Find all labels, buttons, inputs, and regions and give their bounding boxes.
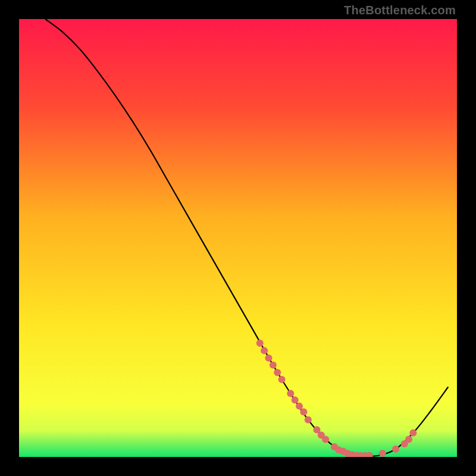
scatter-point bbox=[261, 347, 268, 354]
scatter-point bbox=[405, 436, 412, 443]
bottleneck-chart bbox=[19, 19, 457, 457]
scatter-point bbox=[265, 355, 273, 362]
scatter-point bbox=[305, 416, 312, 423]
scatter-point bbox=[287, 390, 294, 397]
gradient-background bbox=[19, 19, 457, 457]
scatter-point bbox=[392, 446, 399, 453]
scatter-point bbox=[292, 396, 299, 403]
scatter-point bbox=[322, 436, 329, 443]
scatter-point bbox=[270, 361, 277, 368]
scatter-point bbox=[409, 430, 416, 437]
scatter-point bbox=[278, 376, 286, 383]
watermark-text: TheBottleneck.com bbox=[344, 4, 456, 17]
scatter-point bbox=[300, 408, 307, 415]
scatter-point bbox=[274, 369, 281, 376]
chart-frame bbox=[19, 19, 457, 457]
scatter-point bbox=[379, 450, 386, 457]
scatter-point bbox=[256, 340, 264, 347]
scatter-point bbox=[296, 403, 303, 410]
